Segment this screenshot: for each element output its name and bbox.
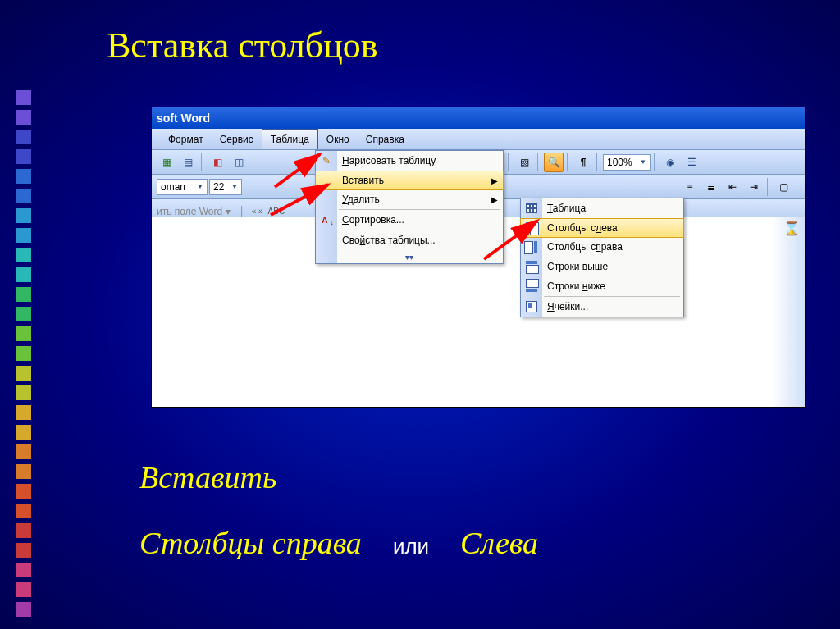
indent-increase-icon[interactable]: ⇥ <box>744 177 764 197</box>
menu-insert-submenu: Таблица Столбцы слева Столбцы справа Стр… <box>520 198 684 317</box>
menu-format[interactable]: Формат <box>160 129 212 149</box>
menu-window[interactable]: Окно <box>318 129 358 149</box>
menu-item-table-props[interactable]: Свойства таблицы... <box>316 230 503 250</box>
submenu-arrow-icon: ▶ <box>491 176 498 185</box>
slide-caption-insert: Вставить <box>139 459 276 495</box>
sort-icon: ↓ <box>319 212 334 227</box>
toolbar-icon[interactable]: ◫ <box>229 153 249 172</box>
align-icon[interactable]: ≡ <box>680 177 700 197</box>
border-icon[interactable]: ▢ <box>774 177 793 197</box>
toolbar-pilcrow-icon[interactable]: ¶ <box>573 153 593 172</box>
toolbar-icon[interactable]: ◉ <box>660 153 680 172</box>
toolbar-icon[interactable]: ▦ <box>157 153 176 172</box>
slide-caption-right: Столбцы справа <box>139 525 362 561</box>
menu-help[interactable]: Справка <box>358 129 413 149</box>
pencil-icon <box>319 153 334 168</box>
menu-item-insert[interactable]: Вставить ▶ <box>315 171 504 190</box>
toolbar-icon[interactable]: ▧ <box>514 153 534 172</box>
menu-item-delete[interactable]: Удалить ▶ <box>316 189 503 209</box>
toolbar-icon[interactable]: ☰ <box>682 153 701 172</box>
submenu-item-rows-below[interactable]: Строки ниже <box>521 276 683 296</box>
toolbar-icon[interactable]: ▤ <box>178 153 198 172</box>
slide-caption-row: Столбцы справа или Слева <box>139 525 538 561</box>
slide-caption-or: или <box>393 534 429 559</box>
word-titlebar: soft Word <box>152 107 805 129</box>
submenu-item-table[interactable]: Таблица <box>521 198 683 218</box>
slide-title: Вставка столбцов <box>107 25 377 66</box>
menu-item-draw-table[interactable]: Нарисовать таблицу <box>316 151 503 171</box>
columns-right-icon <box>524 239 539 254</box>
word-screenshot: soft Word Формат Сервис Таблица Окно Спр… <box>151 107 806 408</box>
slide-bullets <box>16 90 31 617</box>
hourglass-cursor-icon: ⌛ <box>783 221 800 236</box>
columns-left-icon <box>524 221 539 235</box>
slide-caption-left: Слева <box>460 525 538 561</box>
submenu-item-cols-right[interactable]: Столбцы справа <box>521 237 683 257</box>
word-menubar: Формат Сервис Таблица Окно Справка <box>152 129 805 150</box>
submenu-item-cells[interactable]: Ячейки... <box>521 297 683 317</box>
table-icon <box>524 201 539 216</box>
font-size-combo[interactable]: 22▼ <box>209 179 242 195</box>
font-name-combo[interactable]: oman▼ <box>157 179 208 195</box>
submenu-item-rows-above[interactable]: Строки выше <box>521 257 683 276</box>
zoom-combo[interactable]: 100%▼ <box>603 154 651 171</box>
menu-expand-icon[interactable]: ▾▾ <box>316 250 503 263</box>
indent-decrease-icon[interactable]: ⇤ <box>723 177 742 197</box>
rows-above-icon <box>524 259 539 274</box>
submenu-arrow-icon: ▶ <box>491 195 498 204</box>
menu-table-dropdown: Нарисовать таблицу Вставить ▶ Удалить ▶ … <box>315 150 504 264</box>
cells-icon <box>524 299 539 314</box>
menu-service[interactable]: Сервис <box>212 129 262 149</box>
menu-table[interactable]: Таблица <box>262 129 318 149</box>
submenu-item-cols-left[interactable]: Столбцы слева <box>520 218 684 238</box>
menu-item-sort[interactable]: ↓ Сортировка... <box>316 210 503 230</box>
rows-below-icon <box>524 279 539 294</box>
toolbar-icon[interactable]: ◧ <box>208 153 227 172</box>
toolbar-research-icon[interactable]: 🔍 <box>544 153 564 172</box>
align-icon[interactable]: ≣ <box>701 177 721 197</box>
